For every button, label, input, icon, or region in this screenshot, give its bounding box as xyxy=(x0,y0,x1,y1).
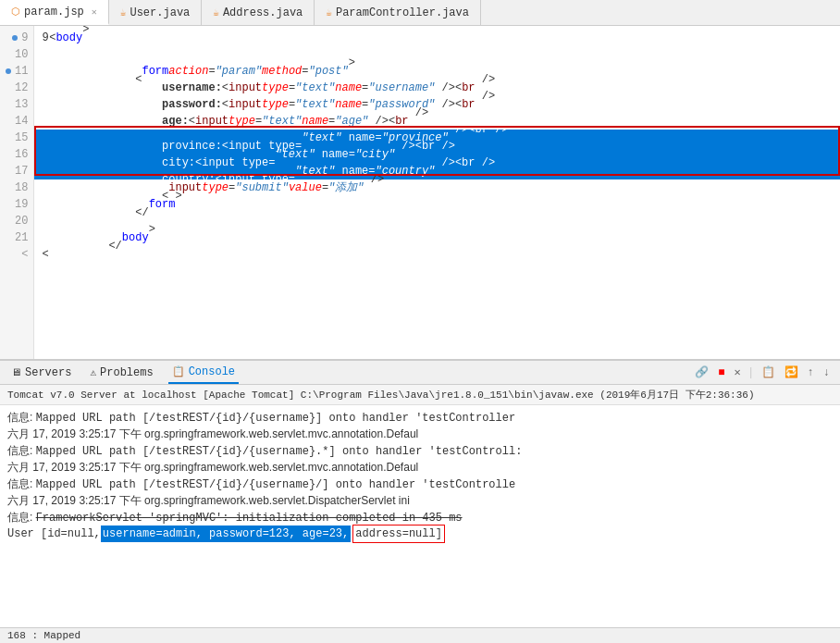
code-content: 9x<body> <form action="param" method="po… xyxy=(34,26,840,266)
tab-label: param.jsp xyxy=(24,6,84,19)
console-header: Tomcat v7.0 Server at localhost [Apache … xyxy=(0,385,840,405)
refresh-icon[interactable]: 🔁 xyxy=(782,364,801,381)
java-icon: ☕ xyxy=(326,6,332,19)
panel-tab-problems-label: Problems xyxy=(100,366,154,379)
line-num-10: 10 xyxy=(6,46,28,63)
line-num-14: 14 xyxy=(6,113,28,130)
date-label-2: 六月 17, 2019 3:25:17 下午 org.springframewo… xyxy=(7,427,418,440)
line-num-20: 20 xyxy=(6,213,28,229)
divider: | xyxy=(747,365,755,379)
tab-close-icon[interactable]: ✕ xyxy=(92,6,97,18)
panel-tab-servers[interactable]: 🖥 Servers xyxy=(7,361,75,384)
scroll-down-icon[interactable]: ↓ xyxy=(821,365,833,381)
line-num-17: 17 xyxy=(6,163,28,179)
last-line-blue-highlight: username=admin, password=123, age=23, xyxy=(101,526,351,542)
line-num-12: 12 xyxy=(6,80,28,96)
console-line-3: 信息: Mapped URL path [/testREST/{id}/{use… xyxy=(7,442,833,459)
tab-label: Address.java xyxy=(223,6,303,19)
date-label-6: 六月 17, 2019 3:25:17 下午 org.springframewo… xyxy=(7,494,410,507)
line-num-18: 18 xyxy=(6,179,28,196)
panel-tab-problems[interactable]: ⚠ Problems xyxy=(86,361,156,384)
tab-user-java[interactable]: ☕ User.java xyxy=(109,0,202,25)
line-num-11: 11 xyxy=(6,63,28,80)
servers-icon: 🖥 xyxy=(11,366,21,378)
info-label-5: 信息: xyxy=(7,477,36,490)
date-label-4: 六月 17, 2019 3:25:17 下午 org.springframewo… xyxy=(7,461,418,474)
tab-param-controller-java[interactable]: ☕ ParamController.java xyxy=(315,0,481,25)
line-num-15: 15 xyxy=(6,130,28,146)
info-label-7: 信息: xyxy=(7,511,36,524)
line-num-21: 21 xyxy=(6,229,28,246)
console-line-5: 信息: Mapped URL path [/testREST/{id}/{use… xyxy=(7,476,833,492)
close-icon[interactable]: ✕ xyxy=(732,364,744,381)
status-bar: 168 : Mapped xyxy=(0,627,840,643)
last-line-red-box: address=null] xyxy=(352,525,445,543)
last-line-prefix: User [id=null, xyxy=(7,526,101,542)
code-line-19: </form> xyxy=(34,196,840,213)
console-line-7: 信息: FrameworkServlet 'springMVC': initia… xyxy=(7,509,833,526)
console-line-6: 六月 17, 2019 3:25:17 下午 org.springframewo… xyxy=(7,492,833,509)
panel-tab-console-label: Console xyxy=(189,365,235,378)
tab-label: ParamController.java xyxy=(336,6,469,19)
java-icon: ☕ xyxy=(213,6,219,19)
code-line-10 xyxy=(34,46,840,63)
line-num-19: 19 xyxy=(6,196,28,213)
line-num-9: 9 xyxy=(6,30,28,46)
copy-icon[interactable]: 📋 xyxy=(759,364,778,381)
scroll-up-icon[interactable]: ↑ xyxy=(805,365,817,381)
jsp-icon: ⬡ xyxy=(11,6,20,18)
status-text: 168 : Mapped xyxy=(7,630,80,641)
panel-tab-servers-label: Servers xyxy=(25,366,71,379)
console-icon: 📋 xyxy=(172,365,185,377)
console-header-text: Tomcat v7.0 Server at localhost [Apache … xyxy=(7,390,755,401)
console-line-4: 六月 17, 2019 3:25:17 下午 org.springframewo… xyxy=(7,459,833,476)
line-num-22: < xyxy=(6,246,28,263)
console-line-1: 信息: Mapped URL path [/testREST/{id}/{use… xyxy=(7,409,833,426)
panel-tab-console[interactable]: 📋 Console xyxy=(168,361,239,384)
info-label-3: 信息: xyxy=(7,444,36,457)
code-line-9: 9x<body> xyxy=(34,30,840,46)
code-line-21: </body> xyxy=(34,229,840,246)
app-container: ⬡ param.jsp ✕ ☕ User.java ☕ Address.java… xyxy=(0,0,840,643)
panel-tab-bar: 🖥 Servers ⚠ Problems 📋 Console 🔗 ■ ✕ | 📋… xyxy=(0,361,840,385)
tab-param-jsp[interactable]: ⬡ param.jsp ✕ xyxy=(0,0,109,25)
code-editor[interactable]: 9x<body> <form action="param" method="po… xyxy=(34,26,840,359)
line-numbers: 9 10 11 12 13 14 15 16 17 18 19 20 21 < xyxy=(0,26,34,359)
stop-icon[interactable]: ■ xyxy=(715,365,727,381)
panel-action-bar: 🔗 ■ ✕ | 📋 🔁 ↑ ↓ xyxy=(692,364,833,381)
bottom-panel: 🖥 Servers ⚠ Problems 📋 Console 🔗 ■ ✕ | 📋… xyxy=(0,359,840,643)
problems-icon: ⚠ xyxy=(90,366,96,378)
line-num-13: 13 xyxy=(6,96,28,113)
info-label-1: 信息: xyxy=(7,411,36,424)
link-icon[interactable]: 🔗 xyxy=(692,364,711,381)
tab-address-java[interactable]: ☕ Address.java xyxy=(202,0,315,25)
java-icon: ☕ xyxy=(120,6,127,19)
console-body[interactable]: 信息: Mapped URL path [/testREST/{id}/{use… xyxy=(0,405,840,627)
editor-tab-bar: ⬡ param.jsp ✕ ☕ User.java ☕ Address.java… xyxy=(0,0,840,26)
tab-label: User.java xyxy=(130,6,190,19)
console-last-line: User [id=null, username=admin, password=… xyxy=(7,526,833,542)
console-line-2: 六月 17, 2019 3:25:17 下午 org.springframewo… xyxy=(7,426,833,442)
editor-area: 9 10 11 12 13 14 15 16 17 18 19 20 21 < … xyxy=(0,26,840,359)
line-num-16: 16 xyxy=(6,146,28,163)
